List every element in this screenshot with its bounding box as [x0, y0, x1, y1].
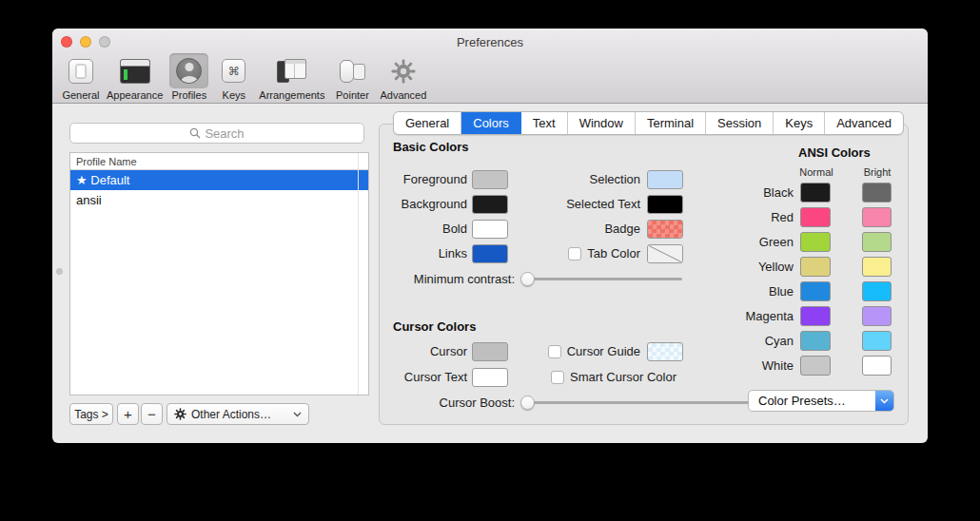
foreground-color-well[interactable]	[472, 170, 508, 189]
ansi-magenta-bright-well[interactable]	[862, 306, 892, 326]
window-title: Preferences	[52, 35, 928, 49]
window-chrome: Preferences General Appearance Profiles …	[52, 29, 928, 104]
profile-tab-bar: General Colors Text Window Terminal Sess…	[393, 111, 904, 135]
badge-row: Badge	[604, 219, 683, 239]
ansi-row-yellow: Yellow	[713, 257, 892, 277]
splitter-handle-dot[interactable]	[56, 268, 63, 275]
ansi-white-bright-well[interactable]	[862, 356, 892, 376]
other-actions-dropdown[interactable]: Other Actions…	[167, 403, 309, 425]
ansi-red-bright-well[interactable]	[862, 207, 892, 227]
preferences-toolbar: General Appearance Profiles ⌘ Keys Arran…	[62, 53, 426, 101]
tags-button[interactable]: Tags >	[69, 403, 113, 425]
cursor-guide-checkbox[interactable]	[548, 345, 561, 358]
foreground-row: Foreground	[393, 169, 508, 189]
dropdown-chevron-icon	[875, 391, 893, 411]
cursor-colors-heading: Cursor Colors	[393, 319, 476, 334]
selection-color-well[interactable]	[647, 170, 683, 189]
ansi-yellow-bright-well[interactable]	[862, 257, 892, 277]
bold-row: Bold	[393, 219, 508, 239]
selected-text-color-well[interactable]	[647, 195, 683, 214]
profile-list-header: Profile Name	[70, 153, 368, 170]
ansi-blue-bright-well[interactable]	[862, 281, 892, 301]
ansi-row-green: Green	[713, 232, 892, 252]
toolbar-item-advanced[interactable]: Advanced	[380, 53, 426, 101]
ansi-bright-header: Bright	[859, 166, 895, 178]
general-switch-icon	[69, 59, 93, 84]
no-color-diagonal-icon	[648, 245, 682, 262]
ansi-cyan-bright-well[interactable]	[862, 331, 892, 351]
appearance-window-icon	[120, 59, 150, 84]
selected-text-row: Selected Text	[566, 194, 683, 214]
action-gear-icon	[174, 408, 186, 420]
profiles-person-icon	[176, 58, 202, 84]
remove-profile-button[interactable]: −	[141, 403, 163, 425]
tab-advanced[interactable]: Advanced	[825, 112, 903, 134]
ansi-cyan-normal-well[interactable]	[800, 331, 831, 351]
tab-keys[interactable]: Keys	[774, 112, 825, 134]
toolbar-item-arrangements[interactable]: Arrangements	[259, 53, 324, 101]
search-placeholder: Search	[205, 126, 244, 141]
ansi-red-normal-well[interactable]	[800, 207, 831, 227]
gear-icon	[391, 59, 416, 84]
ansi-yellow-normal-well[interactable]	[800, 257, 831, 277]
ansi-row-magenta: Magenta	[713, 306, 892, 326]
toolbar-item-pointer[interactable]: Pointer	[331, 53, 373, 101]
slider-knob[interactable]	[520, 396, 535, 410]
profile-row-default[interactable]: ★ Default	[70, 170, 368, 190]
toolbar-item-profiles[interactable]: Profiles	[169, 53, 208, 101]
scrollbar-track[interactable]	[358, 153, 359, 395]
cursor-color-well[interactable]	[472, 342, 508, 361]
tab-color-well[interactable]	[647, 244, 683, 263]
tab-terminal[interactable]: Terminal	[636, 112, 706, 134]
smart-cursor-row: Smart Cursor Color	[551, 367, 683, 387]
ansi-row-black: Black	[713, 183, 892, 203]
cursor-guide-row: Cursor Guide	[548, 341, 683, 361]
badge-color-well[interactable]	[647, 220, 683, 239]
colors-panel: Basic Colors Foreground Background Bold …	[379, 124, 909, 425]
toolbar-item-general[interactable]: General	[62, 53, 100, 101]
ansi-black-bright-well[interactable]	[862, 183, 892, 203]
tab-session[interactable]: Session	[706, 112, 774, 134]
ansi-black-normal-well[interactable]	[800, 183, 831, 203]
cursor-row: Cursor	[393, 341, 508, 361]
basic-colors-heading: Basic Colors	[393, 140, 468, 154]
cursor-text-color-well[interactable]	[472, 368, 508, 387]
cursor-guide-color-well[interactable]	[647, 342, 683, 361]
color-presets-dropdown[interactable]: Color Presets…	[748, 390, 894, 412]
ansi-blue-normal-well[interactable]	[800, 281, 831, 301]
tab-color-checkbox[interactable]	[568, 247, 581, 260]
search-icon	[189, 127, 201, 139]
ansi-row-white: White	[713, 356, 892, 376]
background-color-well[interactable]	[472, 195, 508, 214]
ansi-green-normal-well[interactable]	[800, 232, 831, 252]
links-color-well[interactable]	[472, 244, 508, 263]
tab-color-row: Tab Color	[568, 243, 683, 263]
ansi-normal-header: Normal	[798, 166, 834, 178]
profile-list: Profile Name ★ Default ansii	[69, 152, 369, 396]
tab-window[interactable]: Window	[568, 112, 636, 134]
tab-colors[interactable]: Colors	[461, 112, 521, 134]
ansi-magenta-normal-well[interactable]	[800, 306, 831, 326]
toolbar-item-keys[interactable]: ⌘ Keys	[215, 53, 252, 101]
color-presets-label: Color Presets…	[758, 394, 846, 408]
bold-color-well[interactable]	[472, 220, 508, 239]
ansi-white-normal-well[interactable]	[800, 356, 831, 376]
search-input[interactable]: Search	[69, 123, 364, 144]
profile-row-ansii[interactable]: ansii	[70, 190, 368, 210]
tab-general[interactable]: General	[394, 112, 461, 134]
toolbar-item-appearance[interactable]: Appearance	[107, 53, 163, 101]
ansi-row-red: Red	[713, 207, 892, 227]
slider-knob[interactable]	[520, 272, 535, 286]
other-actions-label: Other Actions…	[191, 408, 271, 421]
links-row: Links	[393, 243, 508, 263]
minimum-contrast-row: Minimum contrast:	[393, 269, 682, 289]
ansi-row-cyan: Cyan	[713, 331, 892, 351]
preferences-window: Preferences General Appearance Profiles …	[52, 29, 928, 443]
minimum-contrast-slider[interactable]	[520, 272, 682, 286]
smart-cursor-checkbox[interactable]	[551, 371, 564, 384]
keys-command-icon: ⌘	[222, 59, 245, 83]
add-profile-button[interactable]: +	[117, 403, 139, 425]
tab-text[interactable]: Text	[521, 112, 568, 134]
screen-background: Preferences General Appearance Profiles …	[0, 0, 980, 521]
ansi-green-bright-well[interactable]	[862, 232, 892, 252]
